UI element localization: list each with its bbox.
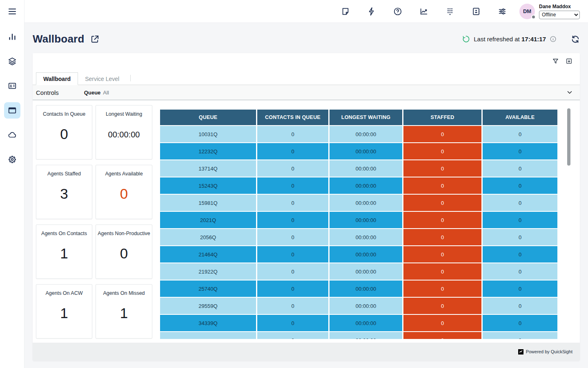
queue-filter-value: All — [103, 90, 109, 96]
table-cell: 0 — [403, 280, 483, 298]
table-cell: 0 — [257, 246, 330, 263]
table-cell: 21922Q — [160, 263, 257, 280]
kpi-label: Longest Waiting — [96, 111, 152, 117]
browser-icon[interactable] — [4, 102, 20, 119]
kpi-label: Agents Available — [96, 171, 152, 177]
kpi-label: Agents On Contacts — [36, 231, 92, 236]
table-row: 13714Q000:00:0000 — [160, 160, 559, 177]
table-cell: 12232Q — [160, 143, 257, 160]
kpi-grid: Contacts In Queue0Longest Waiting00:00:0… — [36, 105, 153, 339]
kpi-card: Agents On Missed1 — [96, 284, 152, 339]
cloud-icon[interactable] — [4, 127, 20, 143]
table-cell: 00:00:00 — [330, 160, 403, 177]
table-cell: 0 — [257, 263, 330, 280]
refresh-text: Last refreshed at 17:41:17 — [474, 36, 546, 43]
help-icon[interactable] — [392, 6, 403, 17]
kpi-label: Agents Staffed — [36, 171, 92, 177]
quicksight-logo-icon — [518, 349, 523, 355]
table-cell: 0 — [257, 195, 330, 212]
table-cell: 0 — [257, 160, 330, 177]
table-scrollbar[interactable] — [567, 108, 570, 166]
kpi-card: Agents Available0 — [96, 165, 152, 219]
main-content: Wallboard Last refreshed at 17:41:17 — [24, 23, 588, 368]
export-icon[interactable] — [566, 58, 572, 65]
layers-icon[interactable] — [4, 53, 20, 70]
table-row: 15243Q000:00:0000 — [160, 177, 559, 195]
table-row: 15981Q000:00:0000 — [160, 195, 559, 212]
table-header-cell: AVAILABLE — [483, 110, 559, 126]
table-cell: 15981Q — [160, 195, 257, 212]
table-row: 10031Q000:00:0000 — [160, 126, 559, 143]
kpi-card: Longest Waiting00:00:00 — [96, 105, 152, 159]
queue-filter-label: Queue — [84, 90, 100, 96]
refresh-prefix: Last refreshed at — [474, 36, 520, 43]
table-cell: 0 — [483, 263, 559, 280]
kpi-value: 0 — [96, 186, 152, 202]
table-cell: 0 — [403, 229, 483, 246]
gear-icon[interactable] — [4, 151, 20, 168]
table-row: 21922Q000:00:0000 — [160, 263, 559, 280]
table-cell: 0 — [483, 143, 559, 160]
table-cell: 0 — [257, 280, 330, 298]
kpi-label: Contacts In Queue — [36, 111, 92, 117]
table-cell: 0 — [483, 332, 559, 339]
kpi-card: Agents Staffed3 — [36, 165, 92, 219]
table-cell: 0 — [403, 246, 483, 263]
table-cell — [160, 332, 257, 339]
queue-table: QUEUECONTACTS IN QUEUELONGEST WAITINGSTA… — [160, 110, 559, 339]
table-cell: 15243Q — [160, 177, 257, 195]
bar-chart-icon[interactable] — [4, 29, 20, 45]
chevron-down-icon[interactable] — [566, 89, 573, 96]
filter-icon[interactable] — [552, 58, 559, 65]
info-icon[interactable] — [550, 36, 557, 43]
table-cell: 21464Q — [160, 246, 257, 263]
table-cell: 00:00:00 — [330, 246, 403, 263]
metrics-icon[interactable] — [418, 6, 430, 17]
controls-title: Controls — [36, 89, 59, 96]
kpi-card: Agents On Contacts1 — [36, 224, 92, 279]
menu-icon[interactable] — [4, 3, 20, 20]
table-cell: 2021Q — [160, 212, 257, 229]
panel-icons — [552, 58, 572, 65]
note-icon[interactable] — [340, 6, 351, 17]
refresh-group: Last refreshed at 17:41:17 — [462, 35, 580, 44]
refresh-time: 17:41:17 — [521, 36, 546, 43]
page-title: Wallboard — [33, 33, 85, 45]
id-card-icon[interactable] — [4, 78, 20, 94]
tab-service-level[interactable]: Service Level — [78, 72, 126, 85]
refresh-icon[interactable] — [571, 35, 580, 44]
table-cell: 25740Q — [160, 280, 257, 298]
table-cell: 00:00:00 — [330, 298, 403, 315]
table-cell: 0 — [257, 177, 330, 195]
table-cell: 0 — [257, 212, 330, 229]
table-cell: 10031Q — [160, 126, 257, 143]
sliders-icon[interactable] — [497, 6, 508, 17]
table-cell: 00:00:00 — [330, 126, 403, 143]
table-header-cell: STAFFED — [403, 110, 483, 126]
table-cell: 00:00:00 — [330, 212, 403, 229]
panel-footer: Powered by QuickSight — [33, 343, 580, 361]
tab-wallboard[interactable]: Wallboard — [36, 72, 78, 85]
table-cell: 0 — [257, 143, 330, 160]
page-head: Wallboard Last refreshed at 17:41:17 — [24, 23, 588, 54]
table-cell: 00:00:00 — [330, 229, 403, 246]
contact-book-icon[interactable] — [470, 6, 482, 17]
kpi-value: 1 — [96, 305, 152, 321]
agent-status-select[interactable]: Offline — [539, 11, 580, 19]
table-row: 25740Q000:00:0000 — [160, 280, 559, 298]
avatar-wrap: DM — [519, 4, 535, 19]
external-link-icon[interactable] — [90, 34, 100, 44]
table-row: 29559Q000:00:0000 — [160, 298, 559, 315]
table-row: 2056Q000:00:0000 — [160, 229, 559, 246]
table-cell: 00:00:00 — [330, 195, 403, 212]
table-cell: 0 — [257, 315, 330, 332]
kpi-card: Contacts In Queue0 — [36, 105, 92, 159]
table-cell: 13714Q — [160, 160, 257, 177]
tab-separator — [130, 75, 131, 81]
dialpad-icon[interactable] — [444, 6, 456, 17]
kpi-value: 0 — [36, 126, 92, 142]
table-cell: 0 — [257, 229, 330, 246]
kpi-value: 3 — [36, 186, 92, 202]
lightning-icon[interactable] — [366, 6, 377, 17]
queue-filter[interactable]: Queue All — [84, 90, 109, 96]
